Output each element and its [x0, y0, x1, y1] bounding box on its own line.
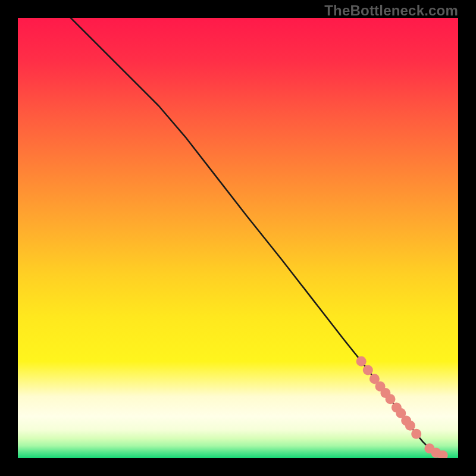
marker-dot [386, 394, 396, 404]
watermark-label: TheBottleneck.com [324, 2, 458, 19]
marker-dot [363, 365, 373, 375]
marker-dot [411, 429, 421, 439]
marker-dot [405, 421, 415, 431]
marker-dot [356, 356, 367, 367]
marker-group [356, 356, 448, 458]
plot-area [18, 18, 458, 458]
chart-stage: TheBottleneck.com [0, 0, 476, 476]
chart-overlay [18, 18, 458, 458]
